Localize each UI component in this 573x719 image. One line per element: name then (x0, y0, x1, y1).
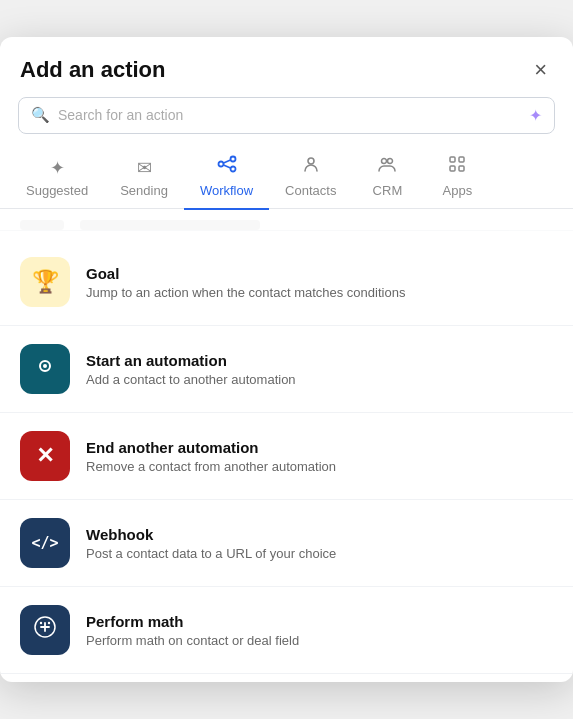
workflow-icon (217, 154, 237, 179)
svg-point-6 (382, 158, 387, 163)
modal-header: Add an action × (0, 37, 573, 97)
webhook-title: Webhook (86, 526, 336, 543)
webhook-text: Webhook Post a contact data to a URL of … (86, 526, 336, 561)
list-item-end-automation[interactable]: ✕ End another automation Remove a contac… (0, 413, 573, 500)
svg-point-1 (230, 156, 235, 161)
apps-icon (447, 154, 467, 179)
start-automation-title: Start an automation (86, 352, 296, 369)
partial-scroll-item (0, 209, 573, 231)
goal-icon-wrap: 🏆 (20, 257, 70, 307)
close-button[interactable]: × (528, 57, 553, 83)
perform-math-icon-wrap (20, 605, 70, 655)
tab-suggested-label: Suggested (26, 183, 88, 198)
svg-rect-10 (450, 166, 455, 171)
suggested-icon: ✦ (50, 157, 65, 179)
svg-line-4 (223, 165, 230, 168)
svg-rect-9 (459, 157, 464, 162)
svg-rect-11 (459, 166, 464, 171)
webhook-icon-wrap: </> (20, 518, 70, 568)
svg-line-3 (223, 160, 230, 163)
svg-rect-8 (450, 157, 455, 162)
modal-title: Add an action (20, 57, 165, 83)
perform-math-desc: Perform math on contact or deal field (86, 633, 299, 648)
perform-math-text: Perform math Perform math on contact or … (86, 613, 299, 648)
webhook-desc: Post a contact data to a URL of your cho… (86, 546, 336, 561)
tab-crm-label: CRM (373, 183, 403, 198)
tab-workflow-label: Workflow (200, 183, 253, 198)
search-input[interactable] (58, 107, 521, 123)
list-item-perform-math[interactable]: Perform math Perform math on contact or … (0, 587, 573, 674)
end-automation-icon: ✕ (36, 443, 54, 469)
list-item-goal[interactable]: 🏆 Goal Jump to an action when the contac… (0, 239, 573, 326)
actions-list: 🏆 Goal Jump to an action when the contac… (0, 231, 573, 682)
goal-icon: 🏆 (32, 269, 59, 295)
goal-title: Goal (86, 265, 405, 282)
start-automation-desc: Add a contact to another automation (86, 372, 296, 387)
start-automation-icon-wrap (20, 344, 70, 394)
tab-contacts[interactable]: Contacts (269, 148, 352, 210)
svg-point-13 (43, 364, 47, 368)
search-icon: 🔍 (31, 106, 50, 124)
tab-apps-label: Apps (443, 183, 473, 198)
webhook-icon: </> (31, 534, 58, 552)
end-automation-title: End another automation (86, 439, 336, 456)
perform-math-title: Perform math (86, 613, 299, 630)
add-action-modal: Add an action × 🔍 ✦ ✦ Suggested ✉ Sendin… (0, 37, 573, 683)
svg-point-0 (218, 161, 223, 166)
tab-sending[interactable]: ✉ Sending (104, 151, 184, 210)
contacts-icon (301, 154, 321, 179)
crm-icon (377, 154, 397, 179)
tab-suggested[interactable]: ✦ Suggested (10, 151, 104, 210)
tab-crm[interactable]: CRM (352, 148, 422, 210)
list-item-start-automation[interactable]: Start an automation Add a contact to ano… (0, 326, 573, 413)
magic-icon: ✦ (529, 106, 542, 125)
svg-point-18 (48, 622, 50, 624)
start-automation-text: Start an automation Add a contact to ano… (86, 352, 296, 387)
sending-icon: ✉ (137, 157, 152, 179)
tab-sending-label: Sending (120, 183, 168, 198)
goal-text: Goal Jump to an action when the contact … (86, 265, 405, 300)
list-item-webhook[interactable]: </> Webhook Post a contact data to a URL… (0, 500, 573, 587)
svg-point-5 (308, 158, 314, 164)
search-bar: 🔍 ✦ (18, 97, 555, 134)
goal-desc: Jump to an action when the contact match… (86, 285, 405, 300)
end-automation-desc: Remove a contact from another automation (86, 459, 336, 474)
end-automation-text: End another automation Remove a contact … (86, 439, 336, 474)
tabs-bar: ✦ Suggested ✉ Sending Workflow (0, 134, 573, 210)
tab-workflow[interactable]: Workflow (184, 148, 269, 210)
end-automation-icon-wrap: ✕ (20, 431, 70, 481)
tab-apps[interactable]: Apps (422, 148, 492, 210)
svg-point-7 (388, 158, 393, 163)
perform-math-icon (32, 614, 58, 646)
svg-point-17 (40, 622, 42, 624)
svg-point-2 (230, 166, 235, 171)
tab-contacts-label: Contacts (285, 183, 336, 198)
start-automation-icon (33, 354, 57, 384)
